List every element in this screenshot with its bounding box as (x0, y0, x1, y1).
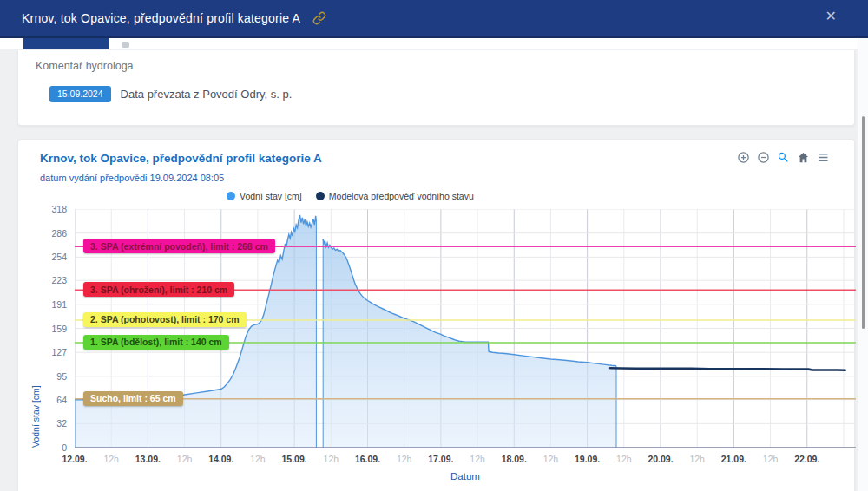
y-tick-label: 254 (18, 252, 67, 262)
legend-marker (316, 192, 325, 200)
scrollbar-thumb[interactable] (862, 116, 865, 329)
threshold-label: 2. SPA (pohotovost), limit : 170 cm (83, 312, 247, 327)
scrollbar-track[interactable] (858, 38, 868, 491)
y-tick-label: 64 (18, 395, 67, 405)
x-axis-title: Datum (75, 471, 856, 481)
active-tab-fragment[interactable] (23, 38, 108, 49)
link-icon[interactable] (312, 11, 326, 25)
close-icon[interactable]: ✕ (825, 10, 837, 23)
y-tick-label: 95 (18, 371, 67, 382)
chart-card: Krnov, tok Opavice, předpovědní profil k… (17, 139, 855, 491)
y-tick-label: 159 (18, 324, 67, 334)
threshold-label: 3. SPA (extrémní povodeň), limit : 268 c… (83, 239, 275, 253)
threshold-label: 3. SPA (ohrožení), limit : 210 cm (83, 282, 234, 297)
x-tick-day-label: 19.09. (562, 454, 614, 464)
y-tick-label: 318 (18, 204, 67, 214)
x-tick-day-label: 20.09. (635, 454, 687, 464)
x-tick-day-label: 18.09. (488, 454, 540, 464)
chart-toolbar (737, 151, 830, 164)
selection-zoom-icon[interactable] (777, 151, 790, 164)
modal-body: Komentář hydrologa 15.09.2024 Data převz… (0, 38, 858, 491)
comment-date-badge: 15.09.2024 (49, 86, 111, 102)
chart-subtitle: datum vydání předpovědi 19.09.2024 08:05 (40, 173, 224, 183)
chart-legend: Vodní stav [cm]Modelová předpověď vodníh… (227, 191, 474, 201)
x-tick-day-label: 15.09. (268, 454, 320, 464)
x-tick-day-label: 22.09. (781, 454, 833, 464)
legend-label: Vodní stav [cm] (240, 191, 302, 201)
tab-strip (0, 38, 858, 49)
x-tick-day-label: 14.09. (195, 454, 247, 464)
screen: Krnov, tok Opavice, předpovědní profil k… (0, 0, 868, 491)
threshold-label: Sucho, limit : 65 cm (83, 391, 183, 406)
legend-label: Modelová předpověď vodního stavu (329, 191, 474, 201)
comment-text: Data převzata z Povodí Odry, s. p. (121, 88, 293, 101)
menu-icon[interactable] (817, 151, 830, 164)
x-tick-day-label: 12.09. (49, 454, 101, 464)
zoom-out-icon[interactable] (757, 151, 770, 164)
x-tick-day-label: 13.09. (122, 454, 174, 464)
legend-item[interactable]: Vodní stav [cm] (227, 191, 302, 201)
x-tick-day-label: 17.09. (415, 454, 467, 464)
modal-title: Krnov, tok Opavice, předpovědní profil k… (22, 11, 300, 25)
y-tick-label: 191 (18, 299, 67, 310)
comment-section-label: Komentář hydrologa (36, 60, 134, 72)
y-tick-label: 286 (18, 228, 67, 239)
y-tick-label: 32 (18, 418, 67, 429)
y-tick-label: 127 (18, 347, 67, 357)
legend-item[interactable]: Modelová předpověď vodního stavu (316, 191, 474, 201)
home-reset-icon[interactable] (797, 151, 810, 164)
y-tick-label: 223 (18, 275, 67, 285)
x-tick-day-label: 21.09. (707, 454, 760, 464)
chart-title: Krnov, tok Opavice, předpovědní profil k… (40, 152, 322, 165)
comment-card: Komentář hydrologa 15.09.2024 Data převz… (17, 50, 855, 126)
zoom-in-icon[interactable] (737, 151, 750, 164)
modal-header: Krnov, tok Opavice, předpovědní profil k… (0, 0, 868, 38)
threshold-label: 1. SPA (bdělost), limit : 140 cm (83, 335, 229, 350)
tab-icon-fragment[interactable] (122, 42, 129, 48)
y-tick-label: 0 (18, 442, 67, 453)
x-tick-day-label: 16.09. (342, 454, 394, 464)
legend-marker (227, 192, 235, 200)
comment-entry: 15.09.2024 Data převzata z Povodí Odry, … (49, 86, 292, 102)
